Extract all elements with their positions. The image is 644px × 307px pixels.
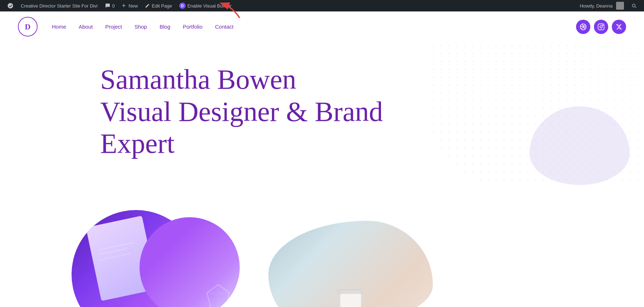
svg-point-4 [602,25,603,25]
nav-project[interactable]: Project [105,24,122,30]
dribbble-icon[interactable] [576,20,590,34]
admin-bar-right: Howdy, Deanna [576,0,640,11]
nav-shop[interactable]: Shop [135,24,147,30]
site-name-link[interactable]: Creative Director Starter Site For Divi [17,0,101,11]
x-twitter-icon[interactable] [612,20,626,34]
portfolio-item-left [72,232,240,307]
svg-point-3 [600,25,602,28]
hero-section: Samantha Bowen Visual Designer & Brand E… [0,42,644,221]
main-nav: Home About Project Shop Blog Portfolio C… [52,24,234,30]
admin-bar: Creative Director Starter Site For Divi … [0,0,644,11]
divi-icon: D [179,3,186,9]
portfolio-item-right [268,232,447,307]
nav-about[interactable]: About [79,24,93,30]
nav-portfolio[interactable]: Portfolio [183,24,203,30]
new-content-button[interactable]: + New [118,0,142,11]
nav-home[interactable]: Home [52,24,66,30]
edit-page-button[interactable]: Edit Page [141,0,175,11]
social-icons [576,20,626,34]
svg-line-8 [207,284,218,293]
svg-rect-2 [598,24,604,30]
howdy-user[interactable]: Howdy, Deanna [576,0,628,11]
wp-logo-button[interactable] [4,0,17,11]
site-header: D Home About Project Shop Blog Portfolio… [0,11,644,42]
gem-icon [204,282,233,307]
portfolio-preview [0,221,644,307]
nav-blog[interactable]: Blog [160,24,170,30]
search-button[interactable] [628,0,640,11]
instagram-icon[interactable] [594,20,608,34]
logo-letter: D [25,22,31,31]
nav-contact[interactable]: Contact [215,24,234,30]
site-logo[interactable]: D [18,17,38,36]
blob-shape [268,221,433,307]
enable-visual-builder-button[interactable]: D Enable Visual Builder [176,0,235,11]
hero-title: Samantha Bowen Visual Designer & Brand E… [100,63,386,160]
svg-line-9 [218,284,230,293]
comments-button[interactable]: 0 [101,0,118,11]
